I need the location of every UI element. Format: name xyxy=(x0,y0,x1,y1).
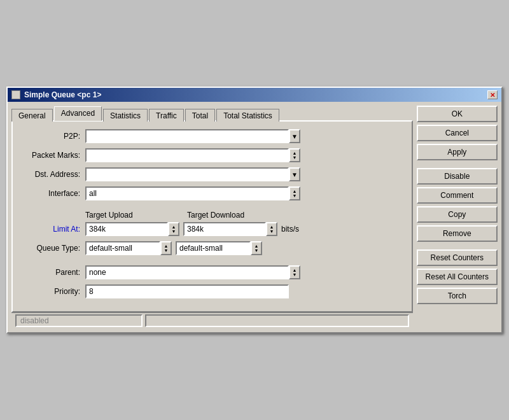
packet-marks-row: Packet Marks: ▲ ▼ xyxy=(23,148,401,162)
target-headers: Target Upload Target Download xyxy=(85,211,401,220)
main-content: General Advanced Statistics Traffic Tota… xyxy=(11,106,413,328)
bits-label: bits/s xyxy=(281,225,299,234)
dst-address-dropdown-btn[interactable]: ▼ xyxy=(289,167,300,181)
p2p-row: P2P: ▼ xyxy=(23,129,401,143)
ok-button[interactable]: OK xyxy=(417,106,498,122)
status-pane-2 xyxy=(145,314,409,327)
down-arrow-icon5: ▼ xyxy=(164,248,169,253)
reset-counters-button[interactable]: Reset Counters xyxy=(417,249,498,266)
down-arrow-icon4: ▼ xyxy=(270,229,274,234)
parent-input[interactable] xyxy=(85,265,289,279)
up-arrow-icon7: ▲ xyxy=(293,268,297,272)
copy-button[interactable]: Copy xyxy=(417,206,498,223)
apply-button[interactable]: Apply xyxy=(417,144,498,160)
interface-input[interactable] xyxy=(85,186,289,200)
dst-address-input[interactable] xyxy=(85,167,289,181)
interface-dropdown-btn[interactable]: ▲ ▼ xyxy=(289,186,300,200)
tab-bar: General Advanced Statistics Traffic Tota… xyxy=(11,106,413,120)
limit-download-group: ▲ ▼ xyxy=(183,222,277,236)
packet-marks-label: Packet Marks: xyxy=(23,151,80,160)
parent-row: Parent: ▲ ▼ xyxy=(23,265,401,279)
parent-dropdown-btn[interactable]: ▲ ▼ xyxy=(289,265,300,279)
down-arrow-icon6: ▼ xyxy=(254,248,259,253)
packet-marks-input[interactable] xyxy=(85,148,289,162)
status-bar: disabled xyxy=(11,312,413,328)
reset-all-counters-button[interactable]: Reset All Counters xyxy=(417,269,498,285)
status-text: disabled xyxy=(15,314,143,327)
down-arrow-icon3: ▼ xyxy=(172,229,176,234)
interface-label: Interface: xyxy=(23,189,80,198)
limit-at-upload-input[interactable] xyxy=(85,222,168,236)
parent-group: ▲ ▼ xyxy=(85,265,300,279)
queue-type-upload-group: ▲ ▼ xyxy=(85,241,172,255)
window-body: General Advanced Statistics Traffic Tota… xyxy=(8,102,501,332)
up-arrow-icon2: ▲ xyxy=(293,189,297,193)
dst-address-label: Dst. Address: xyxy=(23,170,80,179)
tab-total[interactable]: Total xyxy=(185,109,215,122)
priority-label: Priority: xyxy=(23,287,80,296)
limit-upload-dropdown-btn[interactable]: ▲ ▼ xyxy=(168,222,179,236)
p2p-label: P2P: xyxy=(23,132,80,141)
interface-row: Interface: ▲ ▼ xyxy=(23,186,401,200)
up-arrow-icon3: ▲ xyxy=(172,225,176,229)
queue-type-row: Queue Type: ▲ ▼ ▲ ▼ xyxy=(23,241,401,255)
up-arrow-icon4: ▲ xyxy=(270,225,274,229)
tab-statistics[interactable]: Statistics xyxy=(103,109,148,122)
up-arrow-icon: ▲ xyxy=(293,151,297,155)
close-button[interactable]: ✕ xyxy=(487,90,498,99)
target-download-header: Target Download xyxy=(187,211,302,220)
remove-button[interactable]: Remove xyxy=(417,225,498,242)
queue-type-label: Queue Type: xyxy=(23,244,80,253)
up-arrow-icon5: ▲ xyxy=(164,244,169,248)
dst-address-group: ▼ xyxy=(85,167,300,181)
priority-row: Priority: xyxy=(23,284,401,298)
tab-traffic[interactable]: Traffic xyxy=(149,109,184,122)
main-window: Simple Queue <pc 1> ✕ General Advanced S… xyxy=(6,87,503,333)
p2p-dropdown-btn[interactable]: ▼ xyxy=(289,129,300,143)
down-arrow-icon2: ▼ xyxy=(293,193,297,198)
tab-general[interactable]: General xyxy=(11,109,53,122)
priority-input[interactable] xyxy=(85,284,289,298)
queue-type-upload-input[interactable] xyxy=(85,241,160,255)
dst-address-row: Dst. Address: ▼ xyxy=(23,167,401,181)
window-title: Simple Queue <pc 1> xyxy=(24,90,101,99)
queue-download-dropdown-btn[interactable]: ▲ ▼ xyxy=(251,241,262,255)
up-arrow-icon6: ▲ xyxy=(254,244,259,248)
limit-at-row: Limit At: ▲ ▼ ▲ ▼ xyxy=(23,222,401,236)
panel: P2P: ▼ Packet Marks: ▲ ▼ xyxy=(11,120,413,312)
tab-total-statistics[interactable]: Total Statistics xyxy=(216,109,279,122)
packet-marks-group: ▲ ▼ xyxy=(85,148,300,162)
queue-upload-dropdown-btn[interactable]: ▲ ▼ xyxy=(160,241,172,255)
interface-group: ▲ ▼ xyxy=(85,186,300,200)
p2p-input[interactable] xyxy=(85,129,289,143)
down-arrow-icon: ▼ xyxy=(293,155,297,160)
title-bar: Simple Queue <pc 1> ✕ xyxy=(8,88,501,102)
limit-at-download-input[interactable] xyxy=(183,222,266,236)
p2p-group: ▼ xyxy=(85,129,300,143)
right-buttons: OK Cancel Apply Disable Comment Copy Rem… xyxy=(417,106,498,328)
target-upload-header: Target Upload xyxy=(85,211,187,220)
packet-marks-dropdown-btn[interactable]: ▲ ▼ xyxy=(289,148,300,162)
limit-download-dropdown-btn[interactable]: ▲ ▼ xyxy=(266,222,277,236)
queue-type-download-group: ▲ ▼ xyxy=(176,241,262,255)
queue-type-download-input[interactable] xyxy=(176,241,251,255)
limit-at-label: Limit At: xyxy=(23,225,80,234)
window-icon xyxy=(11,90,20,99)
cancel-button[interactable]: Cancel xyxy=(417,125,498,141)
torch-button[interactable]: Torch xyxy=(417,288,498,304)
parent-label: Parent: xyxy=(23,268,80,277)
limit-upload-group: ▲ ▼ xyxy=(85,222,179,236)
title-bar-left: Simple Queue <pc 1> xyxy=(11,90,101,99)
comment-button[interactable]: Comment xyxy=(417,187,498,204)
tab-advanced[interactable]: Advanced xyxy=(54,106,102,121)
disable-button[interactable]: Disable xyxy=(417,168,498,185)
down-arrow-icon7: ▼ xyxy=(293,272,297,277)
